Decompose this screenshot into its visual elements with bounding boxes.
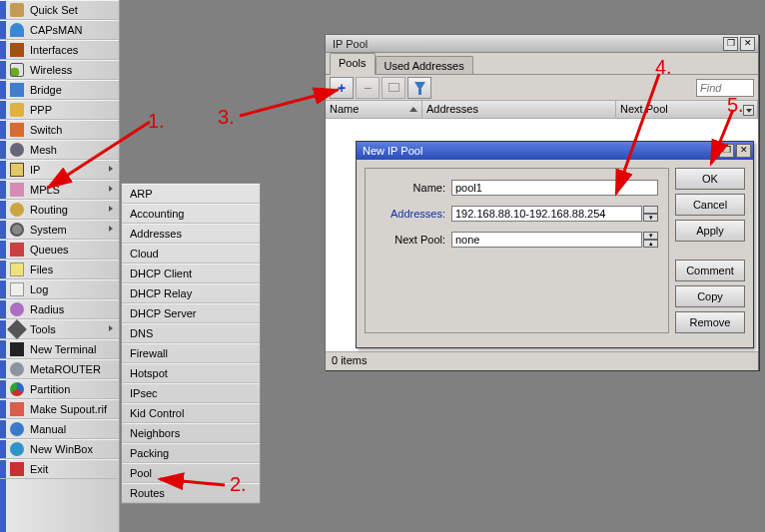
menu-label: Mesh (30, 144, 57, 156)
plus-icon: + (338, 80, 346, 96)
next-pool-dropdown[interactable]: ▾▴ (643, 232, 658, 248)
apply-button[interactable]: Apply (675, 220, 745, 242)
menu-files[interactable]: Files (0, 260, 119, 279)
menu-system[interactable]: System (0, 220, 119, 240)
add-button[interactable]: + (330, 77, 354, 99)
menu-exit[interactable]: Exit (0, 459, 119, 479)
menu-routing[interactable]: Routing (0, 200, 119, 220)
menu-new-winbox[interactable]: New WinBox (0, 439, 119, 459)
restore-button[interactable]: ❐ (719, 144, 734, 158)
name-label: Name: (376, 182, 445, 194)
menu-label: Quick Set (30, 4, 78, 16)
menu-quick-set[interactable]: Quick Set (0, 0, 119, 20)
ppp-icon (10, 103, 24, 117)
submenu-arp[interactable]: ARP (122, 184, 260, 204)
submenu-ipsec[interactable]: IPsec (122, 383, 260, 403)
submenu-dhcp-server[interactable]: DHCP Server (122, 303, 260, 323)
dialog-buttons: OK Cancel Apply Comment Copy Remove (675, 168, 745, 333)
routing-icon (10, 203, 24, 217)
menu-metarouter[interactable]: MetaROUTER (0, 359, 119, 379)
columns-dropdown-icon[interactable] (743, 105, 754, 116)
next-pool-input[interactable] (451, 232, 642, 248)
manual-icon (10, 422, 24, 436)
submenu-hotspot[interactable]: Hotspot (122, 363, 260, 383)
menu-label: Log (30, 283, 48, 295)
menu-new-terminal[interactable]: New Terminal (0, 339, 119, 359)
menu-ip[interactable]: IP (0, 160, 119, 180)
submenu-dns[interactable]: DNS (122, 323, 260, 343)
addresses-input[interactable] (451, 206, 642, 222)
submenu-cloud[interactable]: Cloud (122, 244, 260, 264)
dialog-titlebar[interactable]: New IP Pool ❐ ✕ (357, 142, 753, 160)
menu-label: IP (30, 164, 40, 176)
ok-button[interactable]: OK (675, 168, 745, 190)
menu-label: PPP (30, 104, 52, 116)
submenu-dhcp-client[interactable]: DHCP Client (122, 264, 260, 283)
find-input[interactable] (696, 79, 754, 97)
submenu-firewall[interactable]: Firewall (122, 343, 260, 363)
tools-icon (7, 319, 27, 339)
supout-icon (10, 402, 24, 416)
menu-capsman[interactable]: CAPsMAN (0, 20, 119, 40)
col-name[interactable]: Name (326, 101, 422, 118)
remove-button[interactable]: Remove (675, 311, 745, 333)
menu-queues[interactable]: Queues (0, 240, 119, 260)
submenu-accounting[interactable]: Accounting (122, 204, 260, 224)
submenu-routes[interactable]: Routes (122, 483, 260, 503)
menu-log[interactable]: Log (0, 279, 119, 299)
comment-button[interactable]: Comment (675, 260, 745, 281)
menu-switch[interactable]: Switch (0, 120, 119, 140)
remove-button[interactable]: − (356, 77, 380, 99)
filter-button[interactable] (407, 77, 431, 99)
window-titlebar[interactable]: IP Pool ❐ ✕ (326, 35, 758, 53)
close-button[interactable]: ✕ (736, 144, 751, 158)
funnel-icon (414, 82, 425, 93)
wireless-icon (10, 63, 24, 77)
col-next-pool[interactable]: Next Pool (616, 101, 758, 118)
tab-strip: Pools Used Addresses (326, 53, 758, 75)
menu-mesh[interactable]: Mesh (0, 140, 119, 160)
close-button[interactable]: ✕ (740, 37, 755, 51)
menu-label: Bridge (30, 84, 62, 96)
menu-label: Interfaces (30, 44, 78, 56)
menu-wireless[interactable]: Wireless (0, 60, 119, 80)
menu-label: Partition (30, 383, 70, 395)
submenu-neighbors[interactable]: Neighbors (122, 423, 260, 443)
addresses-stepper[interactable]: ▾ (643, 206, 658, 222)
addresses-label[interactable]: Addresses: (376, 208, 445, 220)
menu-partition[interactable]: Partition (0, 379, 119, 399)
submenu-arrow-icon (109, 226, 113, 232)
files-icon (10, 263, 24, 276)
detail-button[interactable] (382, 77, 405, 99)
name-input[interactable] (451, 180, 658, 196)
submenu-pool[interactable]: Pool (122, 463, 260, 483)
menu-radius[interactable]: Radius (0, 299, 119, 319)
menu-label: MetaROUTER (30, 363, 101, 375)
quick-set-icon (10, 3, 24, 17)
menu-label: CAPsMAN (30, 24, 83, 36)
menu-make-supout[interactable]: Make Supout.rif (0, 399, 119, 419)
menu-mpls[interactable]: MPLS (0, 180, 119, 200)
submenu-addresses[interactable]: Addresses (122, 224, 260, 244)
submenu-arrow-icon (109, 325, 113, 331)
annotation-3: 3. (218, 106, 235, 129)
new-ip-pool-dialog: New IP Pool ❐ ✕ Name: Addresses: ▾ Next … (356, 141, 754, 348)
menu-manual[interactable]: Manual (0, 419, 119, 439)
restore-button[interactable]: ❐ (723, 37, 738, 51)
copy-button[interactable]: Copy (675, 285, 745, 307)
menu-ppp[interactable]: PPP (0, 100, 119, 120)
tab-used-addresses[interactable]: Used Addresses (376, 56, 473, 74)
menu-tools[interactable]: Tools (0, 319, 119, 339)
tab-pools[interactable]: Pools (330, 53, 376, 75)
submenu-arrow-icon (109, 186, 113, 192)
submenu-packing[interactable]: Packing (122, 443, 260, 463)
submenu-kid-control[interactable]: Kid Control (122, 403, 260, 423)
col-addresses[interactable]: Addresses (422, 101, 616, 118)
grid-header: Name Addresses Next Pool (326, 101, 758, 119)
partition-icon (10, 382, 24, 396)
cancel-button[interactable]: Cancel (675, 194, 745, 216)
menu-interfaces[interactable]: Interfaces (0, 40, 119, 60)
winbox-icon (10, 442, 24, 456)
submenu-dhcp-relay[interactable]: DHCP Relay (122, 283, 260, 303)
menu-bridge[interactable]: Bridge (0, 80, 119, 100)
